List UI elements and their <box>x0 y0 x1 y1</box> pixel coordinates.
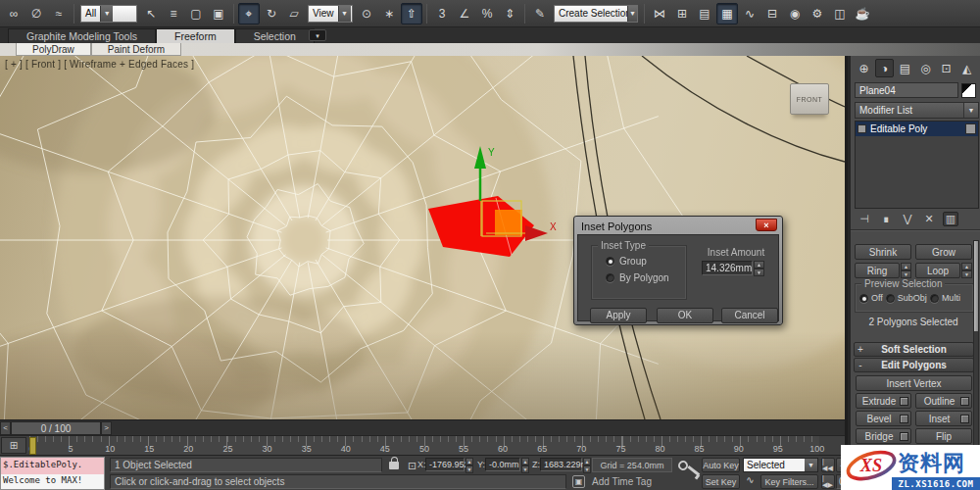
cancel-button[interactable]: Cancel <box>721 308 778 323</box>
use-pivot-point-center-icon[interactable]: ⊙ <box>356 3 377 24</box>
loop-spinner[interactable]: ▲▼ <box>961 263 972 278</box>
stack-item-editable-poly[interactable]: Editable Poly <box>856 122 978 136</box>
edit-named-selection-sets-icon[interactable]: ✎ <box>529 3 551 24</box>
settings-box-icon[interactable] <box>960 397 969 406</box>
grow-button[interactable]: Grow <box>915 244 972 260</box>
tab-motion[interactable]: ◎ <box>916 59 935 77</box>
settings-box-icon[interactable] <box>960 415 969 423</box>
bind-to-space-warp-icon[interactable]: ≈ <box>48 3 70 24</box>
settings-box-icon[interactable] <box>900 397 908 406</box>
bevel-button[interactable]: Bevel <box>856 411 911 426</box>
preview-multi-radio[interactable]: Multi <box>930 293 960 303</box>
select-and-link-icon[interactable]: ∞ <box>3 3 24 24</box>
by-polygon-radio[interactable]: By Polygon <box>606 272 686 283</box>
tab-graphite-modeling-tools[interactable]: Graphite Modeling Tools <box>8 28 156 43</box>
z-coordinate-field[interactable]: 1683.229m ▲▼ <box>540 458 591 473</box>
ribbon-minimize-button[interactable]: ▾ <box>309 29 326 41</box>
viewcube[interactable]: FRONT <box>790 83 829 115</box>
spinner-arrows[interactable]: ▲▼ <box>583 458 591 473</box>
time-slider-handle[interactable] <box>29 437 36 455</box>
render-production-icon[interactable]: ☕ <box>852 3 873 24</box>
show-end-result-icon[interactable]: ∎ <box>878 213 894 225</box>
set-key-mode-icon[interactable] <box>676 459 702 488</box>
time-tag-icon[interactable]: ▣ <box>572 475 585 488</box>
auto-key-button[interactable]: Auto Key <box>702 458 740 472</box>
y-coordinate-field[interactable]: -0.0mm ▲▼ <box>485 458 529 473</box>
tab-selection[interactable]: Selection <box>235 28 315 43</box>
listener-macro-line[interactable]: $.EditablePoly. <box>1 458 104 474</box>
bridge-button[interactable]: Bridge <box>856 428 911 444</box>
group-radio[interactable]: Group <box>606 256 686 267</box>
set-key-button[interactable]: Set Key <box>702 474 740 489</box>
x-coordinate-field[interactable]: -1769.952 ▲▼ <box>425 458 473 473</box>
close-icon[interactable]: × <box>756 219 777 231</box>
dialog-title[interactable]: Inset Polygons <box>577 219 779 234</box>
select-and-scale-icon[interactable]: ▱ <box>283 3 305 24</box>
selection-lock-icon[interactable] <box>389 462 399 469</box>
mirror-icon[interactable]: ⋈ <box>649 3 670 24</box>
viewport-label[interactable]: [ + ] [ Front ] [ Wireframe + Edged Face… <box>5 59 194 70</box>
preview-off-radio[interactable]: Off <box>859 293 883 303</box>
apply-button[interactable]: Apply <box>590 308 647 323</box>
selection-filter-dropdown[interactable]: All ▼ <box>80 5 137 23</box>
graphite-ribbon-toggle-icon[interactable]: ▦ <box>716 3 738 24</box>
tab-modify[interactable]: ◑ <box>875 59 894 77</box>
window-crossing-icon[interactable]: ▣ <box>208 3 229 24</box>
select-and-rotate-icon[interactable]: ↻ <box>261 3 282 24</box>
spinner-arrows[interactable]: ▲▼ <box>466 458 473 473</box>
angle-snap-icon[interactable]: ∠ <box>454 3 475 24</box>
make-unique-icon[interactable]: ⋁ <box>900 213 915 225</box>
percent-snap-icon[interactable]: % <box>476 3 498 24</box>
curve-editor-icon[interactable]: ∿ <box>739 3 760 24</box>
unlink-selection-icon[interactable]: ∅ <box>25 3 47 24</box>
default-in-out-tangents-icon[interactable]: ∿ <box>743 474 758 489</box>
layer-manager-icon[interactable]: ▤ <box>694 3 715 24</box>
rectangular-selection-region-icon[interactable]: ▢ <box>185 3 207 24</box>
modifier-list-dropdown[interactable]: Modifier List ▼ <box>855 102 979 119</box>
inset-amount-field[interactable]: 14.326mm ▲▼ <box>702 261 764 276</box>
settings-box-icon[interactable] <box>900 432 908 441</box>
scrollbar-thumb[interactable] <box>974 241 978 331</box>
preview-subobj-radio[interactable]: SubObj <box>886 293 927 303</box>
add-time-tag[interactable]: Add Time Tag <box>588 474 676 489</box>
snaps-toggle-icon[interactable]: 3 <box>431 3 453 24</box>
named-selection-set-dropdown[interactable]: Create Selection Se ▼ <box>554 5 638 23</box>
inset-button[interactable]: Inset <box>915 411 972 426</box>
current-frame-display[interactable]: 0 / 100 <box>11 421 101 435</box>
reference-coordinate-dropdown[interactable]: View ▼ <box>308 5 353 23</box>
align-icon[interactable]: ⊞ <box>671 3 693 24</box>
select-and-move-icon[interactable]: ⌖ <box>238 3 260 24</box>
absolute-mode-icon[interactable]: ⊡ <box>408 460 416 472</box>
go-to-start-button[interactable]: |◀◀ <box>821 458 835 472</box>
next-frame-button[interactable]: > <box>101 421 112 435</box>
tab-create[interactable]: ⊕ <box>855 59 873 77</box>
insert-vertex-button[interactable]: Insert Vertex <box>856 375 972 391</box>
spinner-snap-icon[interactable]: ⇕ <box>499 3 520 24</box>
key-step-button[interactable]: |◀▶ <box>821 474 835 489</box>
maxscript-mini-listener[interactable]: $.EditablePoly. Welcome to MAX! <box>0 457 105 490</box>
tab-display[interactable]: ⊡ <box>937 59 956 77</box>
loop-button[interactable]: Loop <box>915 263 960 278</box>
edit-polygons-rollout[interactable]: - Edit Polygons <box>854 358 974 372</box>
tab-utilities[interactable]: ◭ <box>957 59 976 77</box>
tab-freeform[interactable]: Freeform <box>156 28 235 43</box>
schematic-view-icon[interactable]: ⊟ <box>761 3 783 24</box>
object-color-swatch[interactable] <box>961 83 976 98</box>
prev-frame-button[interactable]: < <box>0 421 11 435</box>
soft-selection-rollout[interactable]: + Soft Selection <box>854 342 974 357</box>
key-filters-button[interactable]: Key Filters... <box>760 474 818 489</box>
subtab-polydraw[interactable]: PolyDraw <box>16 43 91 56</box>
keyboard-shortcut-override-icon[interactable]: ⇧ <box>401 3 422 24</box>
stack-toggle-icon[interactable] <box>965 123 976 134</box>
select-by-name-icon[interactable]: ≡ <box>163 3 184 24</box>
tab-hierarchy[interactable]: ▤ <box>896 59 914 77</box>
timeline-ruler[interactable]: ⊞ 05101520253035404550556065707580859095… <box>0 435 845 455</box>
object-name-field[interactable]: Plane04 <box>855 82 958 98</box>
render-setup-icon[interactable]: ⚙ <box>807 3 828 24</box>
spinner-arrows[interactable]: ▲▼ <box>521 458 529 473</box>
outline-button[interactable]: Outline <box>915 393 972 409</box>
ring-button[interactable]: Ring <box>855 263 900 278</box>
spinner-arrows[interactable]: ▲▼ <box>754 261 764 276</box>
subtab-paint-deform[interactable]: Paint Deform <box>91 43 181 56</box>
ring-spinner[interactable]: ▲▼ <box>901 263 911 278</box>
